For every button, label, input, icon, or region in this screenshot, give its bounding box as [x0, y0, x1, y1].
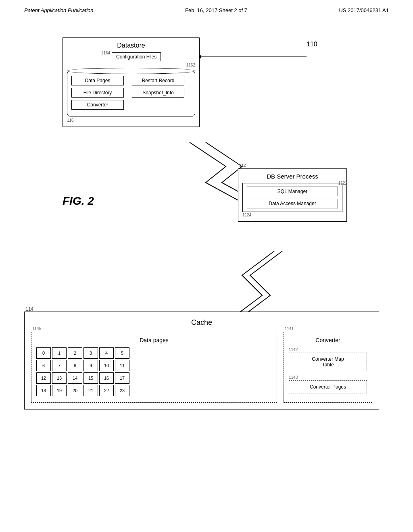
data-cell: 4	[99, 347, 114, 359]
data-cell: 2	[68, 347, 82, 359]
snapshot-info-box: Snapshot_Info	[132, 88, 184, 98]
cache-inner: 1145 Data pages 012345678910111213141516…	[31, 332, 372, 403]
data-cell: 6	[36, 360, 51, 371]
data-cell: 5	[115, 347, 129, 359]
data-pages-box: Data Pages	[71, 76, 124, 85]
label-1142: 1142	[289, 347, 367, 352]
data-cell: 17	[115, 372, 129, 384]
disk-shape: Data Pages File Directory Converter Rest…	[67, 71, 195, 116]
data-cell: 7	[52, 360, 67, 371]
converter-box: Converter	[71, 100, 124, 110]
label-114: 114	[25, 306, 33, 312]
data-pages-title: Data pages	[36, 337, 272, 343]
data-cell: 21	[83, 385, 98, 396]
data-cell: 0	[36, 347, 51, 359]
data-cell: 10	[99, 360, 114, 371]
data-access-manager-box: Data Access Manager	[247, 199, 338, 208]
label-110: 110	[307, 41, 317, 48]
label-1145: 1145	[32, 326, 41, 331]
data-cell: 8	[68, 360, 82, 371]
config-files-row: 1164 Configuration Files	[67, 52, 195, 61]
data-cell: 14	[68, 372, 82, 384]
datastore-title: Datastore	[67, 42, 195, 49]
header-right: US 2017/0046231 A1	[339, 7, 389, 13]
label-1122: 1122	[338, 181, 347, 185]
dbserver-diagram: 112 DB Server Process 1122 SQL Manager D…	[238, 168, 347, 222]
label-1162: 1162	[67, 63, 195, 67]
label-116: 116	[67, 118, 195, 123]
label-1124: 1124	[242, 213, 342, 217]
config-files-box: Configuration Files	[112, 52, 161, 61]
disk-top-ellipse	[67, 68, 195, 74]
data-cell: 20	[68, 385, 82, 396]
disk-inner: Data Pages File Directory Converter Rest…	[71, 76, 191, 112]
data-cell: 23	[115, 385, 129, 396]
page-header: Patent Application Publication Feb. 16, …	[0, 0, 413, 13]
data-cell: 15	[83, 372, 98, 384]
label-112: 112	[239, 163, 246, 168]
label-1143: 1143	[289, 375, 367, 380]
data-cell: 9	[83, 360, 98, 371]
data-cell: 22	[99, 385, 114, 396]
converter-title: Converter	[289, 337, 367, 343]
disk-left-col: Data Pages File Directory Converter	[71, 76, 124, 112]
data-cell: 11	[115, 360, 129, 371]
data-pages-section: 1145 Data pages 012345678910111213141516…	[31, 332, 277, 403]
main-content: 110 Datastore 1164 Configuration Files 1…	[0, 13, 413, 525]
converter-section: 1141 Converter 1142 Converter Map Table …	[284, 332, 372, 403]
data-cell: 12	[36, 372, 51, 384]
sql-manager-box: SQL Manager	[247, 187, 338, 196]
cache-title: Cache	[31, 318, 372, 327]
label-1164: 1164	[101, 51, 110, 55]
dbserver-title: DB Server Process	[242, 173, 342, 180]
converter-map-table-box: Converter Map Table	[289, 353, 367, 371]
diagram-lines	[0, 13, 413, 525]
data-cell: 13	[52, 372, 67, 384]
header-center: Feb. 16, 2017 Sheet 2 of 7	[185, 7, 247, 13]
data-grid: 01234567891011121314151617181920212223	[36, 347, 272, 396]
data-cell: 19	[52, 385, 67, 396]
converter-pages-box: Converter Pages	[289, 380, 367, 393]
data-cell: 16	[99, 372, 114, 384]
restart-record-box: Restart Record	[132, 76, 184, 85]
fig-label: FIG. 2	[63, 195, 94, 208]
dbserver-inner: 1122 SQL Manager Data Access Manager	[242, 183, 342, 212]
data-cell: 3	[83, 347, 98, 359]
cache-diagram: 114 Cache 1145 Data pages 01234567891011…	[24, 312, 379, 409]
label-1141: 1141	[285, 326, 294, 331]
file-directory-box: File Directory	[71, 88, 124, 98]
disk-right-col: Restart Record Snapshot_Info	[132, 76, 184, 100]
data-cell: 1	[52, 347, 67, 359]
datastore-diagram: Datastore 1164 Configuration Files 1162 …	[63, 37, 200, 127]
data-cell: 18	[36, 385, 51, 396]
header-left: Patent Application Publication	[24, 7, 94, 13]
